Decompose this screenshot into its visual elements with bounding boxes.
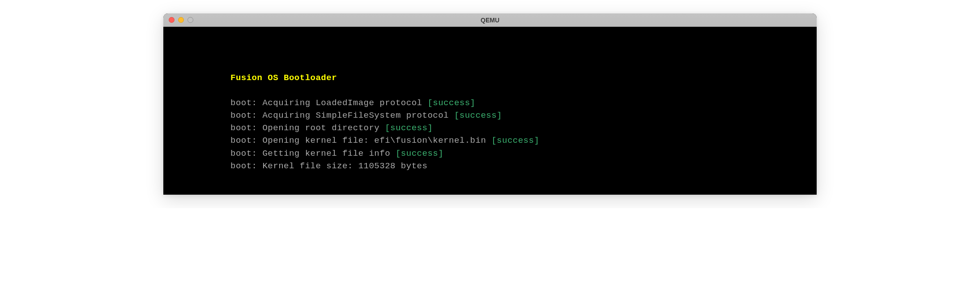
boot-prefix: boot: <box>230 123 262 133</box>
boot-log-line: boot: Getting kernel file info [success] <box>230 147 817 160</box>
boot-message: Getting kernel file info <box>262 149 396 158</box>
minimize-icon[interactable] <box>178 17 184 23</box>
boot-message: Acquiring SimpleFileSystem protocol <box>262 111 454 120</box>
boot-prefix: boot: <box>230 161 262 171</box>
maximize-icon[interactable] <box>187 17 193 23</box>
window-title: QEMU <box>163 17 817 24</box>
qemu-window: QEMU Fusion OS Bootloader boot: Acquirin… <box>163 13 817 195</box>
window-titlebar[interactable]: QEMU <box>163 13 817 27</box>
status-badge: [success] <box>396 149 443 158</box>
traffic-lights <box>163 17 193 23</box>
boot-log-line: boot: Kernel file size: 1105328 bytes <box>230 160 817 172</box>
status-badge: [success] <box>454 111 502 120</box>
boot-log-line: boot: Acquiring LoadedImage protocol [su… <box>230 97 817 109</box>
terminal-output: Fusion OS Bootloader boot: Acquiring Loa… <box>163 27 817 195</box>
boot-log-line: boot: Opening root directory [success] <box>230 122 817 134</box>
boot-message: Kernel file size: 1105328 bytes <box>262 161 427 171</box>
boot-prefix: boot: <box>230 136 262 145</box>
bootloader-title: Fusion OS Bootloader <box>230 72 817 84</box>
boot-log-line: boot: Opening kernel file: efi\fusion\ke… <box>230 134 817 147</box>
boot-prefix: boot: <box>230 111 262 120</box>
status-badge: [success] <box>427 98 475 108</box>
status-badge: [success] <box>491 136 539 145</box>
boot-message: Opening root directory <box>262 123 385 133</box>
boot-prefix: boot: <box>230 98 262 108</box>
close-icon[interactable] <box>169 17 175 23</box>
boot-log-line: boot: Acquiring SimpleFileSystem protoco… <box>230 109 817 122</box>
boot-prefix: boot: <box>230 149 262 158</box>
status-badge: [success] <box>385 123 433 133</box>
boot-message: Opening kernel file: efi\fusion\kernel.b… <box>262 136 491 145</box>
boot-message: Acquiring LoadedImage protocol <box>262 98 427 108</box>
